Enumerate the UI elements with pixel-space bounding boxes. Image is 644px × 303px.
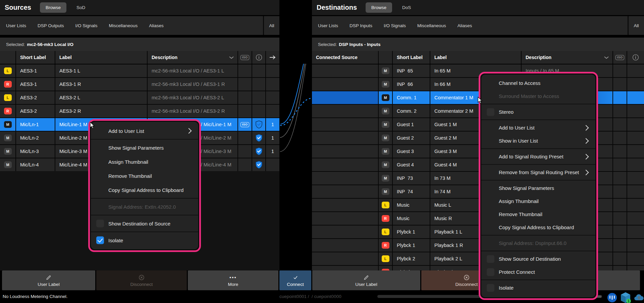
cell-shield xyxy=(252,91,265,104)
unchecked-checkbox[interactable] xyxy=(487,268,494,276)
cell-label: AES3-2 R xyxy=(55,105,147,117)
column-header-iso[interactable]: ISO xyxy=(613,51,627,64)
badge-cell: M xyxy=(0,158,15,171)
destinations-tab-dsp-inputs[interactable]: DSP Inputs xyxy=(350,23,372,28)
source-row[interactable]: RAES3-1AES3-1 Rmc2-56-mk3 Local I/O / AE… xyxy=(0,78,279,91)
source-row[interactable]: LAES3-2AES3-2 Lmc2-56-mk3 Local I/O / AE… xyxy=(0,91,279,104)
cell-short-label: Guest 2 xyxy=(393,132,430,144)
menu-item-assign-thumbnail[interactable]: Assign Thumbnail xyxy=(91,155,198,169)
shield-check-icon xyxy=(255,161,263,169)
badge-cell: R xyxy=(0,78,15,91)
column-header-label[interactable]: Label xyxy=(55,51,147,64)
menu-item-show-in-user-list[interactable]: Show in User List xyxy=(481,134,595,147)
badge-cell: M xyxy=(379,105,392,117)
menu-item-remove-thumbnail[interactable]: Remove Thumbnail xyxy=(481,208,595,221)
menu-item-show-source-of-destination[interactable]: Show Source of Destination xyxy=(481,252,595,265)
destination-context-menu: Channel to AccessSurround Master to Acce… xyxy=(479,72,598,300)
channel-badge-l: L xyxy=(382,202,389,208)
menu-item-channel-to-access[interactable]: Channel to Access xyxy=(481,77,595,90)
menu-item-label: Show Source of Destination xyxy=(499,256,561,262)
source-row[interactable]: RAES3-2AES3-2 Rmc2-56-mk3 Local I/O / AE… xyxy=(0,105,279,117)
badge-cell: L xyxy=(379,225,392,238)
iso-icon[interactable]: ISO xyxy=(615,55,624,60)
unchecked-checkbox[interactable] xyxy=(487,255,494,263)
column-header-connected-source[interactable]: Connected Source xyxy=(312,51,378,64)
menu-item-remove-thumbnail[interactable]: Remove Thumbnail xyxy=(91,169,198,183)
source-more-button[interactable]: ••• More xyxy=(188,270,278,290)
column-header-info[interactable] xyxy=(252,51,265,64)
source-row[interactable]: LAES3-1AES3-1 Lmc2-56-mk3 Local I/O / AE… xyxy=(0,64,279,77)
menu-item-copy-signal-address-to-clipboard[interactable]: Copy Signal Address to Clipboard xyxy=(91,183,198,197)
menu-item-protect-connect[interactable]: Protect Connect xyxy=(481,265,595,279)
menu-item-isolate[interactable]: Isolate xyxy=(481,281,595,294)
cell-short-label: AES3-1 xyxy=(16,78,55,91)
unchecked-checkbox[interactable] xyxy=(96,220,104,228)
source-user-label-button[interactable]: User Label xyxy=(2,270,95,290)
arrow-right-icon[interactable] xyxy=(269,55,276,60)
menu-item-show-destination-of-source[interactable]: Show Destination of Source xyxy=(91,216,198,231)
sources-tab-i-o-signals[interactable]: I/O Signals xyxy=(75,23,98,28)
sources-tab-dsp-outputs[interactable]: DSP Outputs xyxy=(38,23,64,28)
destinations-tab-user-lists[interactable]: User Lists xyxy=(318,23,338,28)
destinations-tab-all[interactable]: All xyxy=(629,23,644,28)
menu-item-label: Remove Thumbnail xyxy=(499,211,542,217)
badge-cell: M xyxy=(379,172,392,185)
shield-check-icon xyxy=(255,120,263,129)
destinations-dos-tab[interactable]: DoS xyxy=(402,5,411,10)
badge-cell: M xyxy=(379,185,392,198)
cell-shield xyxy=(252,132,265,144)
chevron-down-icon[interactable] xyxy=(604,56,609,59)
column-header-short-label[interactable]: Short Label xyxy=(16,51,55,64)
menu-item-show-signal-parameters[interactable]: Show Signal Parameters xyxy=(481,182,595,195)
source-disconnect-button[interactable]: Disconnect xyxy=(96,270,187,290)
chevron-down-icon[interactable] xyxy=(229,56,234,59)
sources-tab-user-lists[interactable]: User Lists xyxy=(6,23,26,28)
checked-checkbox[interactable] xyxy=(96,237,104,244)
iso-icon[interactable]: ISO xyxy=(240,55,249,60)
column-header-description[interactable]: Description xyxy=(522,51,612,64)
menu-item-add-to-user-list[interactable]: Add to User List xyxy=(481,121,595,134)
menu-item-assign-thumbnail[interactable]: Assign Thumbnail xyxy=(481,195,595,208)
sources-tab-all[interactable]: All xyxy=(264,23,279,28)
menu-separator xyxy=(481,280,595,280)
destinations-tab-aliases[interactable]: Aliases xyxy=(458,23,472,28)
menu-item-stereo[interactable]: Stereo xyxy=(481,105,595,118)
button-label: More xyxy=(228,282,238,287)
cell-label: AES3-1 L xyxy=(55,64,147,77)
info-icon[interactable] xyxy=(256,54,262,61)
destination-user-label-button[interactable]: User Label xyxy=(312,270,420,290)
unchecked-checkbox[interactable] xyxy=(487,108,494,116)
cell-shield xyxy=(252,78,265,91)
destinations-browse-button[interactable]: Browse xyxy=(366,2,392,13)
destinations-tab-miscellaneous[interactable]: Miscellaneous xyxy=(417,23,446,28)
menu-item-add-to-signal-routing-preset[interactable]: Add to Signal Routing Preset xyxy=(481,150,595,163)
cloud-upload-icon[interactable] xyxy=(634,293,644,303)
unchecked-checkbox[interactable] xyxy=(487,284,494,292)
menu-item-copy-signal-address-to-clipboard[interactable]: Copy Signal Address to Clipboard xyxy=(481,221,595,234)
menu-item-remove-from-signal-routing-preset[interactable]: Remove from Signal Routing Preset xyxy=(481,166,595,179)
menu-item-show-signal-parameters[interactable]: Show Signal Parameters xyxy=(91,141,198,155)
cube-icon[interactable]: 1 xyxy=(620,292,631,303)
column-header-label[interactable]: Label xyxy=(430,51,521,64)
cell-iso xyxy=(613,185,627,198)
sources-tab-aliases[interactable]: Aliases xyxy=(149,23,164,28)
button-label: Disconnect xyxy=(130,282,153,287)
menu-item-add-to-user-list[interactable]: Add to User List xyxy=(91,124,198,138)
waves-icon[interactable] xyxy=(607,293,617,303)
destinations-tab-i-o-signals[interactable]: I/O Signals xyxy=(384,23,406,28)
connect-button[interactable]: Connect xyxy=(279,270,311,290)
info-icon[interactable] xyxy=(632,54,639,61)
column-header-description[interactable]: Description xyxy=(148,51,237,64)
column-header-arrow[interactable] xyxy=(266,51,279,64)
chevron-right-icon xyxy=(186,128,192,134)
pencil-icon xyxy=(45,274,52,281)
sources-tab-miscellaneous[interactable]: Miscellaneous xyxy=(109,23,138,28)
column-header-info[interactable] xyxy=(627,51,644,64)
sources-browse-button[interactable]: Browse xyxy=(40,2,66,13)
column-header-short-label[interactable]: Short Label xyxy=(393,51,430,64)
cube-badge-count: 1 xyxy=(628,299,630,303)
column-header-iso[interactable]: ISO xyxy=(238,51,252,64)
sources-sod-tab[interactable]: SoD xyxy=(76,5,85,10)
cell-short-label: Plybck 1 xyxy=(393,239,430,252)
menu-item-isolate[interactable]: Isolate xyxy=(91,233,198,247)
